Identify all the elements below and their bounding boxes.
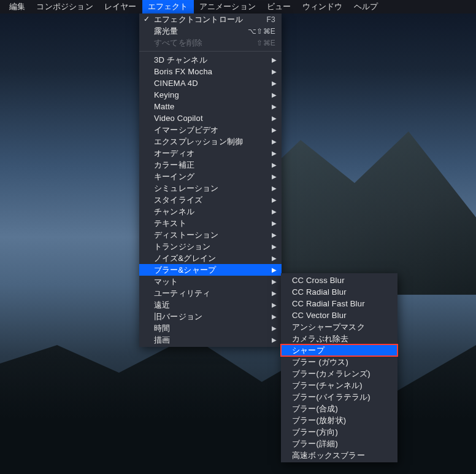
- blur-sharpen-item[interactable]: ブラー (ガウス): [281, 356, 397, 368]
- blur-sharpen-item[interactable]: 高速ボックスブラー: [281, 449, 397, 461]
- effect-category-item[interactable]: 描画▶: [139, 334, 282, 346]
- submenu-arrow-icon: ▶: [272, 231, 277, 238]
- menu-item-label: Matte: [154, 102, 175, 111]
- blur-sharpen-item[interactable]: シャープ: [281, 344, 397, 356]
- menu-item-label: ユーティリティ: [154, 288, 210, 299]
- blur-sharpen-item[interactable]: CC Radial Blur: [281, 286, 397, 298]
- menu-item-label: トランジション: [154, 241, 210, 252]
- effect-category-item[interactable]: 時間▶: [139, 322, 282, 334]
- blur-sharpen-item[interactable]: カメラぶれ除去: [281, 333, 397, 344]
- effect-category-item[interactable]: ディストーション▶: [139, 229, 282, 241]
- submenu-arrow-icon: ▶: [272, 255, 277, 262]
- effect-category-item[interactable]: 旧バージョン▶: [139, 311, 282, 322]
- effect-menu-item-0[interactable]: ✓エフェクトコントロールF3: [139, 14, 282, 25]
- blur-sharpen-item[interactable]: ブラー(放射状): [281, 414, 397, 426]
- blur-sharpen-item[interactable]: ブラー(詳細): [281, 438, 397, 449]
- submenu-item-label: ブラー(合成): [292, 403, 338, 414]
- submenu-arrow-icon: ▶: [272, 301, 277, 308]
- submenu-item-label: ブラー(方向): [292, 427, 338, 438]
- menubar-item-3[interactable]: エフェクト: [142, 0, 194, 14]
- submenu-item-label: CC Vector Blur: [292, 311, 347, 320]
- menu-item-label: 描画: [154, 335, 170, 346]
- menu-item-label: テキスト: [154, 218, 186, 229]
- blur-sharpen-submenu: CC Cross BlurCC Radial BlurCC Radial Fas…: [281, 273, 397, 462]
- menu-item-label: エフェクトコントロール: [154, 14, 243, 25]
- effect-category-item[interactable]: エクスプレッション制御▶: [139, 136, 282, 147]
- submenu-item-label: ブラー(カメラレンズ): [292, 368, 370, 379]
- blur-sharpen-item[interactable]: ブラー(カメラレンズ): [281, 368, 397, 379]
- effect-category-item[interactable]: トランジション▶: [139, 241, 282, 252]
- blur-sharpen-item[interactable]: ブラー(合成): [281, 403, 397, 414]
- menubar-item-1[interactable]: コンポジション: [31, 0, 98, 14]
- effect-category-item[interactable]: イマーシブビデオ▶: [139, 124, 282, 136]
- effect-category-item[interactable]: ユーティリティ▶: [139, 287, 282, 299]
- menu-item-label: Video Copilot: [154, 114, 203, 123]
- menubar: 編集コンポジションレイヤーエフェクトアニメーションビューウィンドウヘルプ: [0, 0, 476, 14]
- submenu-item-label: カメラぶれ除去: [292, 333, 348, 344]
- menu-item-label: スタイライズ: [154, 195, 202, 206]
- blur-sharpen-item[interactable]: アンシャープマスク: [281, 321, 397, 333]
- effect-category-item[interactable]: スタイライズ▶: [139, 194, 282, 206]
- blur-sharpen-item[interactable]: ブラー(方向): [281, 426, 397, 438]
- effect-category-item[interactable]: オーディオ▶: [139, 147, 282, 159]
- submenu-arrow-icon: ▶: [272, 161, 277, 168]
- effect-category-item[interactable]: チャンネル▶: [139, 206, 282, 217]
- menu-item-label: マット: [154, 276, 178, 287]
- effect-menu-item-1[interactable]: 露光量⌥⇧⌘E: [139, 25, 282, 37]
- submenu-arrow-icon: ▶: [272, 243, 277, 250]
- menu-item-label: イマーシブビデオ: [154, 125, 219, 136]
- menubar-item-7[interactable]: ヘルプ: [348, 0, 384, 14]
- menubar-item-6[interactable]: ウィンドウ: [297, 0, 348, 14]
- blur-sharpen-item[interactable]: CC Cross Blur: [281, 274, 397, 286]
- submenu-arrow-icon: ▶: [272, 266, 277, 273]
- effect-category-item[interactable]: Video Copilot▶: [139, 112, 282, 124]
- submenu-item-label: ブラー(詳細): [292, 438, 338, 449]
- effect-menu-item-2: すべてを削除⇧⌘E: [139, 37, 282, 49]
- menu-item-label: シミュレーション: [154, 183, 219, 194]
- submenu-item-label: CC Radial Fast Blur: [292, 299, 365, 308]
- menu-shortcut: ⇧⌘E: [256, 39, 275, 47]
- effect-category-item[interactable]: Matte▶: [139, 101, 282, 112]
- effect-category-item[interactable]: Keying▶: [139, 89, 282, 101]
- effect-category-item[interactable]: キーイング▶: [139, 171, 282, 182]
- menubar-item-4[interactable]: アニメーション: [194, 0, 261, 14]
- submenu-arrow-icon: ▶: [272, 278, 277, 285]
- submenu-arrow-icon: ▶: [272, 325, 277, 332]
- submenu-arrow-icon: ▶: [272, 138, 277, 145]
- menu-item-label: Keying: [154, 90, 179, 99]
- submenu-arrow-icon: ▶: [272, 173, 277, 180]
- menu-item-label: ブラー&シャープ: [154, 265, 216, 276]
- blur-sharpen-item[interactable]: CC Radial Fast Blur: [281, 298, 397, 309]
- blur-sharpen-item[interactable]: CC Vector Blur: [281, 309, 397, 321]
- effect-category-item[interactable]: シミュレーション▶: [139, 182, 282, 194]
- effect-category-item[interactable]: カラー補正▶: [139, 159, 282, 171]
- blur-sharpen-item[interactable]: ブラー(チャンネル): [281, 379, 397, 391]
- effect-category-item[interactable]: マット▶: [139, 276, 282, 287]
- submenu-arrow-icon: ▶: [272, 208, 277, 215]
- menu-item-label: Boris FX Mocha: [154, 67, 212, 76]
- submenu-arrow-icon: ▶: [272, 290, 277, 297]
- effect-category-item[interactable]: テキスト▶: [139, 217, 282, 229]
- effect-category-item[interactable]: 遠近▶: [139, 299, 282, 311]
- menu-item-label: ノイズ&グレイン: [154, 253, 216, 264]
- effect-category-item[interactable]: 3D チャンネル▶: [139, 54, 282, 66]
- submenu-arrow-icon: ▶: [272, 80, 277, 87]
- submenu-item-label: CC Radial Blur: [292, 287, 347, 297]
- menubar-item-2[interactable]: レイヤー: [99, 0, 142, 14]
- submenu-arrow-icon: ▶: [272, 313, 277, 320]
- check-icon: ✓: [144, 15, 150, 23]
- effect-category-item[interactable]: CINEMA 4D▶: [139, 77, 282, 89]
- blur-sharpen-item[interactable]: ブラー(バイラテラル): [281, 391, 397, 403]
- menu-item-label: 露光量: [154, 26, 178, 37]
- menu-item-label: ディストーション: [154, 230, 219, 241]
- submenu-item-label: アンシャープマスク: [292, 322, 365, 333]
- effect-category-item[interactable]: ノイズ&グレイン▶: [139, 252, 282, 264]
- menu-item-label: エクスプレッション制御: [154, 136, 243, 147]
- submenu-item-label: ブラー (ガウス): [292, 357, 348, 368]
- menubar-item-5[interactable]: ビュー: [261, 0, 297, 14]
- menubar-item-0[interactable]: 編集: [4, 0, 31, 14]
- effect-category-item[interactable]: Boris FX Mocha▶: [139, 66, 282, 77]
- effect-category-item[interactable]: ブラー&シャープ▶: [139, 264, 282, 276]
- submenu-arrow-icon: ▶: [272, 68, 277, 75]
- menu-item-label: カラー補正: [154, 160, 194, 171]
